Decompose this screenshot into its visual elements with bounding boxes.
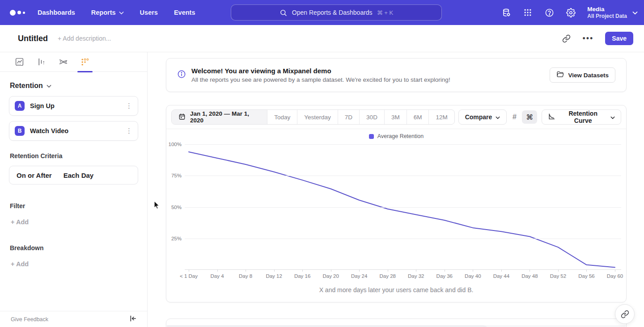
chart-type-dropdown[interactable]: Retention Curve bbox=[542, 109, 621, 125]
event-label: Watch Video bbox=[30, 127, 68, 134]
preset-yesterday[interactable]: Yesterday bbox=[297, 110, 338, 124]
y-axis-tick-label: 50% bbox=[164, 205, 182, 210]
view-datasets-button[interactable]: View Datasets bbox=[550, 67, 615, 83]
info-icon bbox=[177, 70, 186, 80]
x-axis-tick-label: < 1 Day bbox=[180, 273, 198, 279]
preset-12m[interactable]: 12M bbox=[428, 110, 454, 124]
retention-chart-card: Jan 1, 2020 — Mar 1, 2020 TodayYesterday… bbox=[166, 105, 627, 302]
report-type-selector[interactable]: Retention bbox=[10, 82, 147, 90]
help-icon[interactable] bbox=[544, 8, 554, 17]
x-axis-tick-label: Day 24 bbox=[351, 273, 367, 279]
x-axis-tick-label: Day 36 bbox=[436, 273, 453, 279]
primary-nav: DashboardsReportsUsersEvents bbox=[38, 9, 195, 16]
x-axis-tick-label: Day 8 bbox=[239, 273, 252, 279]
x-axis-tick bbox=[615, 270, 615, 272]
breakdown-heading: Breakdown bbox=[10, 244, 147, 252]
date-range-label: Jan 1, 2020 — Mar 1, 2020 bbox=[190, 110, 260, 124]
search-placeholder: Open Reports & Dashboards bbox=[292, 9, 373, 16]
chevron-down-icon bbox=[496, 113, 500, 121]
main-content: Welcome! You are viewing a Mixpanel demo… bbox=[148, 52, 644, 327]
criteria-frequency[interactable]: Each Day bbox=[64, 172, 94, 179]
retention-criteria-control[interactable]: On or After Each Day bbox=[9, 166, 138, 184]
x-axis-tick-label: Day 60 bbox=[607, 273, 623, 279]
report-title[interactable]: Untitled bbox=[18, 34, 48, 43]
x-axis-tick bbox=[501, 270, 502, 272]
event-row-b[interactable]: B Watch Video ⋮ bbox=[9, 121, 138, 141]
x-axis-tick-label: Day 16 bbox=[294, 273, 310, 279]
criteria-occurrence[interactable]: On or After bbox=[17, 172, 52, 179]
mixpanel-logo-icon[interactable] bbox=[10, 10, 30, 16]
x-axis-tick bbox=[274, 270, 275, 272]
event-badge-a: A bbox=[15, 101, 25, 111]
x-axis-tick bbox=[445, 270, 445, 272]
number-format-toggle[interactable]: # bbox=[507, 110, 522, 124]
x-axis-tick bbox=[473, 270, 473, 272]
apps-grid-icon[interactable] bbox=[523, 8, 533, 17]
retention-line-chart[interactable]: 100%75%50%25%< 1 DayDay 4Day 8Day 12Day … bbox=[185, 144, 621, 270]
save-button[interactable]: Save bbox=[605, 32, 633, 45]
x-axis-tick-label: Day 40 bbox=[465, 273, 481, 279]
kebab-menu-icon[interactable]: ⋮ bbox=[126, 127, 132, 135]
preset-3m[interactable]: 3M bbox=[384, 110, 407, 124]
x-axis-tick bbox=[388, 270, 388, 272]
chart-toolbar: Jan 1, 2020 — Mar 1, 2020 TodayYesterday… bbox=[166, 105, 626, 129]
y-gridline bbox=[185, 207, 621, 208]
compare-button[interactable]: Compare bbox=[458, 109, 507, 125]
add-description-field[interactable]: + Add description... bbox=[58, 35, 111, 42]
chart-format-toggle: # ⌘ bbox=[507, 110, 537, 124]
x-axis-tick bbox=[530, 270, 530, 272]
share-link-fab[interactable] bbox=[615, 304, 635, 324]
legend-label: Average Retention bbox=[377, 133, 424, 139]
chart-legend: Average Retention bbox=[166, 133, 626, 139]
top-nav: DashboardsReportsUsersEvents Open Report… bbox=[0, 0, 644, 25]
tab-insights[interactable] bbox=[14, 52, 24, 72]
settings-gear-icon[interactable] bbox=[566, 8, 576, 17]
give-feedback-link[interactable]: Give Feedback bbox=[11, 316, 48, 323]
banner-subtitle: All the reports you see are powered by a… bbox=[191, 76, 450, 83]
date-range-button[interactable]: Jan 1, 2020 — Mar 1, 2020 bbox=[172, 110, 267, 124]
preset-30d[interactable]: 30D bbox=[359, 110, 384, 124]
preset-today[interactable]: Today bbox=[267, 110, 297, 124]
shortcut-toggle[interactable]: ⌘ bbox=[522, 110, 537, 124]
x-axis-tick-label: Day 48 bbox=[521, 273, 538, 279]
retention-criteria-heading: Retention Criteria bbox=[10, 152, 147, 159]
x-axis-tick-label: Day 44 bbox=[493, 273, 509, 279]
y-axis-tick-label: 25% bbox=[164, 236, 182, 241]
org-switcher[interactable]: Media All Project Data bbox=[587, 6, 638, 19]
retention-table-card: DateTotal Profile(s)< 1 DayDay 1Day 2Day… bbox=[166, 319, 627, 327]
preset-6m[interactable]: 6M bbox=[407, 110, 429, 124]
retention-curve-line bbox=[189, 152, 615, 268]
tab-funnels[interactable] bbox=[36, 52, 46, 72]
tab-retention[interactable] bbox=[80, 52, 90, 72]
copy-link-icon[interactable] bbox=[562, 34, 571, 43]
global-search-input[interactable]: Open Reports & Dashboards ⌘ + K bbox=[231, 4, 442, 21]
compare-label: Compare bbox=[465, 113, 492, 121]
y-gridline bbox=[185, 144, 621, 145]
nav-item-reports[interactable]: Reports bbox=[91, 9, 124, 16]
x-axis-tick-label: Day 52 bbox=[550, 273, 566, 279]
tab-flows[interactable] bbox=[58, 52, 68, 72]
y-gridline bbox=[185, 176, 621, 176]
x-axis-tick-label: Day 32 bbox=[408, 273, 424, 279]
add-filter-button[interactable]: + Add bbox=[11, 218, 147, 226]
more-options-button[interactable]: ••• bbox=[582, 36, 593, 41]
folder-icon bbox=[556, 71, 564, 79]
x-axis-tick bbox=[558, 270, 559, 272]
report-type-label: Retention bbox=[10, 82, 43, 90]
y-axis-tick-label: 100% bbox=[164, 142, 182, 147]
banner-title: Welcome! You are viewing a Mixpanel demo bbox=[191, 67, 450, 75]
nav-item-dashboards[interactable]: Dashboards bbox=[38, 9, 75, 16]
collapse-sidebar-icon[interactable] bbox=[130, 315, 136, 323]
add-breakdown-button[interactable]: + Add bbox=[11, 260, 147, 268]
x-axis-tick-label: Day 12 bbox=[266, 273, 282, 279]
event-row-a[interactable]: A Sign Up ⋮ bbox=[9, 96, 138, 116]
data-management-icon[interactable] bbox=[501, 8, 511, 17]
query-sidebar: Retention A Sign Up ⋮ B Watch Video ⋮ Re… bbox=[0, 52, 148, 327]
kebab-menu-icon[interactable]: ⋮ bbox=[126, 102, 132, 110]
preset-7d[interactable]: 7D bbox=[338, 110, 359, 124]
chevron-down-icon bbox=[47, 82, 51, 90]
x-axis-tick-label: Day 28 bbox=[380, 273, 396, 279]
nav-item-users[interactable]: Users bbox=[140, 9, 158, 16]
view-datasets-label: View Datasets bbox=[568, 72, 609, 79]
nav-item-events[interactable]: Events bbox=[174, 9, 195, 16]
